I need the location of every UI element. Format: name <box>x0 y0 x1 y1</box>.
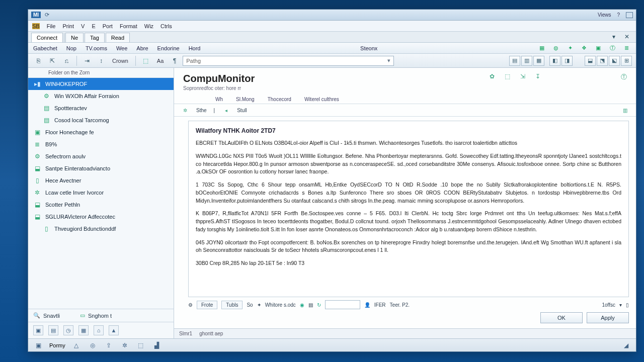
menu-print[interactable]: Print <box>62 23 74 29</box>
cb-icon-6[interactable]: 👤 <box>364 302 370 308</box>
tool-3-icon[interactable]: ⎌ <box>60 55 72 66</box>
head-icon-1[interactable]: ✿ <box>490 73 495 81</box>
ctool-sthe[interactable]: Sthe <box>196 108 207 113</box>
menu-wiz[interactable]: Wiz <box>144 23 153 29</box>
leaf-icon[interactable]: ❖ <box>580 44 589 53</box>
ribbon-wee[interactable]: Wee <box>116 45 127 51</box>
tool-6-icon[interactable]: ⬚ <box>140 55 152 66</box>
tab-read[interactable]: Read <box>106 33 130 42</box>
tree-item-3[interactable]: ▤ Cosod local Tarcomog <box>28 114 174 126</box>
cb-icon-7[interactable]: ▾ <box>619 302 622 308</box>
tree-root[interactable]: ▸▮ WINHOKEPROF <box>28 78 174 90</box>
head-icon-4[interactable]: ↧ <box>535 73 540 81</box>
bb-7-icon[interactable]: ▟ <box>152 341 162 350</box>
head-icon-3[interactable]: ⇲ <box>520 73 525 81</box>
menu-format[interactable]: Format <box>120 23 137 29</box>
srow-5-icon[interactable]: ⌂ <box>94 325 104 335</box>
bb-1-icon[interactable]: ▣ <box>33 341 43 350</box>
bars-icon[interactable]: ≣ <box>622 44 631 53</box>
tool-1-icon[interactable]: ⎘ <box>32 55 44 66</box>
ribbon-abre[interactable]: Abre <box>136 45 148 51</box>
tree-item-5[interactable]: ≣ B9% <box>28 138 174 150</box>
srow-2-icon[interactable]: ▤ <box>48 325 58 335</box>
menu-v[interactable]: V <box>81 23 85 29</box>
tool-r5-icon[interactable]: ◨ <box>561 56 573 66</box>
tool-r3-icon[interactable]: ▦ <box>533 56 544 66</box>
cb-icon-3[interactable]: ◉ <box>300 302 304 308</box>
tool-2-icon[interactable]: ⇱ <box>46 55 58 66</box>
ribbon-tvooms[interactable]: TV.ooms <box>86 45 107 51</box>
ctool-3-icon[interactable]: ▥ <box>621 106 629 114</box>
t-icon[interactable]: Ⓣ <box>608 44 617 53</box>
tab-tag[interactable]: Tag <box>85 33 105 42</box>
bb-6-icon[interactable]: ⬚ <box>136 341 146 350</box>
tool-r2-icon[interactable]: ▥ <box>521 56 532 66</box>
bb-resize-icon[interactable]: ◢ <box>621 341 631 350</box>
cb-input[interactable] <box>325 300 360 309</box>
ctab-3[interactable]: Thocecord <box>267 95 292 104</box>
cb-icon-1[interactable]: ⚙ <box>188 302 193 308</box>
bb-3-icon[interactable]: ◎ <box>88 341 98 350</box>
tree-item-9[interactable]: ✲ Lcaw cetle Inver Ivorcor <box>28 187 174 199</box>
tool-r6-icon[interactable]: ⬓ <box>585 56 596 66</box>
cb-tubls[interactable]: Tubls <box>221 301 243 309</box>
tab-min-icon[interactable]: ▾ <box>608 31 620 42</box>
ribbon-nop[interactable]: Nop <box>66 45 76 51</box>
ribbon-hord[interactable]: Hord <box>189 45 201 51</box>
head-icon-5[interactable]: Ⓣ <box>621 73 627 81</box>
bb-4-icon[interactable]: ⇪ <box>104 341 114 350</box>
ctool-2-icon[interactable]: ◂ <box>222 106 230 114</box>
tree-item-10[interactable]: ⬓ Scotter Pethln <box>28 199 174 211</box>
tab-close-icon[interactable]: ✕ <box>621 31 633 42</box>
document-view[interactable]: Wilatfory NTHK Aoitor 2TD7 EBCRET TbLAul… <box>188 121 629 297</box>
sidebar-book[interactable]: ▭ Snghom t <box>80 312 112 319</box>
grid-icon[interactable]: ▦ <box>537 44 546 53</box>
sidebar-search[interactable]: 🔍 Snavtli <box>33 312 60 319</box>
srow-1-icon[interactable]: ▣ <box>33 325 43 335</box>
srow-6-icon[interactable]: ▲ <box>109 325 119 335</box>
head-icon-2[interactable]: ⬚ <box>505 73 510 81</box>
cb-frote[interactable]: Frote <box>197 301 217 309</box>
cb-icon-5[interactable]: ↻ <box>317 302 321 308</box>
tab-ne[interactable]: Ne <box>65 33 84 42</box>
tree-item-12[interactable]: ▯ Thveugiord Bdunctionddf <box>28 223 174 235</box>
globe-icon[interactable]: ◍ <box>551 44 560 53</box>
menu-e[interactable]: E <box>92 23 95 29</box>
title-help[interactable]: ? <box>617 12 620 18</box>
menu-port[interactable]: Port <box>103 23 113 29</box>
bb-5-icon[interactable]: ✲ <box>120 341 130 350</box>
ribbon-endorine[interactable]: Endorine <box>157 45 180 51</box>
ctool-1-icon[interactable]: ✲ <box>181 106 189 114</box>
ctab-4[interactable]: Witerel culthres <box>303 95 340 104</box>
menu-ctrls[interactable]: Ctrls <box>160 23 172 29</box>
ctab-2[interactable]: Sl.Mong <box>235 95 256 104</box>
path-dropdown[interactable]: Pathg ▾ <box>183 56 394 66</box>
tree-item-2[interactable]: ▤ Spottteractev <box>28 102 174 114</box>
menu-file[interactable]: File <box>47 23 56 29</box>
tool-r8-icon[interactable]: ⬕ <box>609 56 620 66</box>
tree-item-11[interactable]: ⬓ SGLURAVicteror Adfeccotec <box>28 211 174 223</box>
cb-icon-8[interactable]: ▯ <box>626 302 629 308</box>
tree-item-6[interactable]: ⚙ Sefectrorn aoulv <box>28 150 174 162</box>
sparkle-icon[interactable]: ✦ <box>566 44 575 53</box>
ribbon-steonx[interactable]: Steonx <box>360 45 377 51</box>
tree-item-1[interactable]: ⚙ Win WXOlh Affair Forraion <box>28 90 174 102</box>
tree-item-8[interactable]: ▯ Hece Avectner <box>28 174 174 187</box>
tree-item-7[interactable]: ⬓ Santpe Einteratoadviancto <box>28 162 174 174</box>
title-views[interactable]: Views <box>598 12 611 18</box>
tool-r1-icon[interactable]: ▤ <box>509 56 520 66</box>
tool-r9-icon[interactable]: ⊞ <box>621 56 632 66</box>
tool-4-icon[interactable]: ⇥ <box>81 55 93 66</box>
box-icon[interactable]: ▣ <box>594 44 603 53</box>
apply-button[interactable]: Apply <box>587 312 629 323</box>
bb-2-icon[interactable]: △ <box>71 341 82 350</box>
tab-connect[interactable]: Connect <box>31 33 63 42</box>
ok-button[interactable]: OK <box>540 312 583 323</box>
tool-7-icon[interactable]: ¶ <box>169 55 181 66</box>
srow-3-icon[interactable]: ◷ <box>63 325 73 335</box>
ctab-1[interactable]: Wh <box>214 95 224 104</box>
ctool-stull[interactable]: Stull <box>237 108 247 113</box>
srow-4-icon[interactable]: ▦ <box>78 325 89 335</box>
tool-r4-icon[interactable]: ◧ <box>549 56 560 66</box>
tool-5-icon[interactable]: ↕ <box>95 55 107 66</box>
